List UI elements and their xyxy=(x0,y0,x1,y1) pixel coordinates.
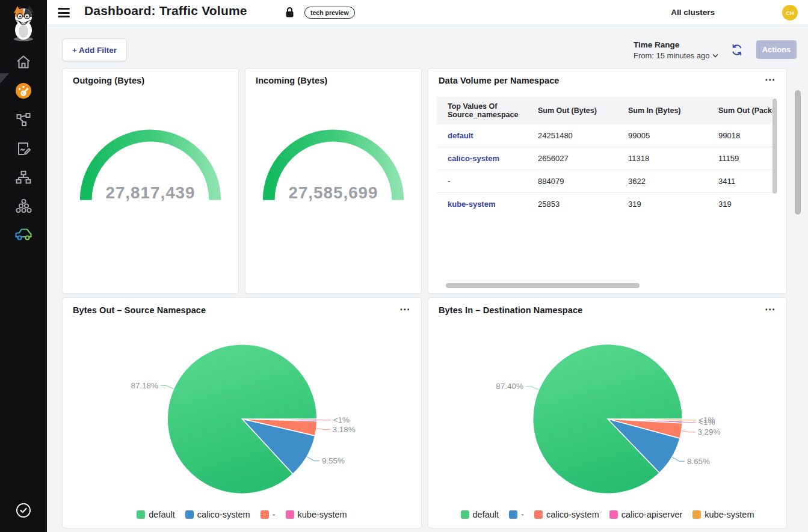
legend-swatch xyxy=(692,510,701,519)
card-title: Data Volume per Namespace xyxy=(439,76,559,85)
table-cell: 319 xyxy=(617,193,708,216)
legend-label: kube-system xyxy=(705,510,754,519)
pie-label: <1% xyxy=(699,418,715,427)
legend-swatch xyxy=(534,510,543,519)
time-range-label: Time Range xyxy=(634,40,718,49)
namespace-link[interactable]: kube-system xyxy=(437,193,527,216)
namespace-link[interactable]: calico-system xyxy=(437,147,527,170)
legend-label: default xyxy=(473,510,499,519)
legend-label: kube-system xyxy=(298,510,347,519)
gauge-value: 27,817,439 xyxy=(105,183,195,202)
legend-swatch xyxy=(509,510,517,519)
legend-item--[interactable]: - xyxy=(261,510,276,519)
refresh-button[interactable] xyxy=(731,44,743,56)
document-edit-icon xyxy=(16,141,31,156)
legend-swatch xyxy=(461,510,469,519)
network-graph-icon xyxy=(16,112,31,127)
sidebar-item-workloads[interactable] xyxy=(0,193,47,219)
legend-item-kube-system[interactable]: kube-system xyxy=(286,510,347,519)
incoming-gauge: 27,585,699 xyxy=(245,69,421,293)
legend-label: calico-system xyxy=(546,510,599,519)
pie-label: 3.29% xyxy=(697,427,720,436)
badge-check-icon xyxy=(15,502,32,519)
pie-label: 87.18% xyxy=(131,381,158,390)
legend-label: - xyxy=(521,510,524,519)
table-cell: 3622 xyxy=(617,170,708,193)
cluster-circles-icon xyxy=(16,198,32,215)
table-row: kube-system25853319319 xyxy=(437,193,773,216)
home-icon xyxy=(16,54,31,70)
legend-swatch xyxy=(261,510,269,519)
table-cell: 99005 xyxy=(617,124,708,147)
namespace-table-header-row: Top Values Of Source_namespaceSum Out (B… xyxy=(437,97,773,124)
legend-item-calico-system[interactable]: calico-system xyxy=(185,510,250,519)
table-header-cell[interactable]: Top Values Of Source_namespace xyxy=(437,97,527,124)
pie-label: 87.40% xyxy=(496,382,523,391)
actions-button[interactable]: Actions xyxy=(756,40,797,59)
legend-item-calico-system[interactable]: calico-system xyxy=(534,510,599,519)
sidebar-item-network[interactable] xyxy=(0,164,47,191)
hamburger-menu-icon[interactable] xyxy=(58,7,71,19)
table-row: calico-system26560271131811159 xyxy=(437,147,773,170)
table-row: default242514809900599018 xyxy=(437,124,773,147)
network-tree-icon xyxy=(16,170,31,185)
table-cell: 24251480 xyxy=(527,124,617,147)
sidebar-item-home[interactable] xyxy=(0,49,47,75)
legend-swatch xyxy=(609,510,618,519)
page-scrollbar-thumb[interactable] xyxy=(795,90,801,215)
legend-item-default[interactable]: default xyxy=(461,510,499,519)
sidebar-item-dashboards[interactable] xyxy=(0,78,47,104)
lock-icon xyxy=(285,7,294,18)
time-range-selector[interactable]: Time Range From: 15 minutes ago xyxy=(634,40,718,60)
calico-cat-logo[interactable] xyxy=(7,5,40,42)
sidebar-item-compliance[interactable] xyxy=(0,497,47,524)
namespace-table: Top Values Of Source_namespaceSum Out (B… xyxy=(437,97,773,271)
legend-item-calico-apiserver[interactable]: calico-apiserver xyxy=(609,510,683,519)
legend-swatch xyxy=(286,510,294,519)
sidebar-item-service-graph[interactable] xyxy=(0,106,47,133)
table-vertical-scrollbar[interactable] xyxy=(773,99,777,194)
add-filter-button[interactable]: + Add Filter xyxy=(62,38,127,61)
cluster-selector[interactable]: All clusters xyxy=(671,8,715,17)
gauge-value: 27,585,699 xyxy=(288,183,378,202)
table-row: -88407936223411 xyxy=(437,170,773,193)
table-cell: 2656027 xyxy=(527,147,617,170)
table-cell: 25853 xyxy=(527,193,617,216)
pie-label: 3.18% xyxy=(333,425,356,434)
legend-item-default[interactable]: default xyxy=(137,510,175,519)
time-range-value: From: 15 minutes ago xyxy=(634,51,709,60)
table-cell: 319 xyxy=(708,193,773,216)
sidebar-item-policies[interactable] xyxy=(0,135,47,162)
pie-label: 9.55% xyxy=(322,456,345,465)
bytes-in-pie-chart: <1%<1%3.29%8.65%87.40% xyxy=(428,298,786,528)
legend-item--[interactable]: - xyxy=(509,510,524,519)
chevron-down-icon xyxy=(712,54,718,58)
namespace-link[interactable]: default xyxy=(437,124,527,147)
card-bytes-out-pie: Bytes Out – Source Namespace ⋯ <1%3.18%9… xyxy=(62,298,422,528)
card-menu-icon[interactable]: ⋯ xyxy=(765,73,776,86)
card-outgoing-bytes: Outgoing (Bytes) 27,817,439 xyxy=(62,68,239,294)
gauge-icon xyxy=(15,82,32,99)
table-header-cell[interactable]: Sum Out (Packets) xyxy=(708,97,773,124)
table-header-cell[interactable]: Sum In (Bytes) xyxy=(617,97,708,124)
table-cell: 99018 xyxy=(708,124,773,147)
pie-label: 8.65% xyxy=(687,457,710,466)
sidebar-item-traffic[interactable] xyxy=(0,221,47,248)
legend-swatch xyxy=(137,510,145,519)
bytes-in-legend: default-calico-systemcalico-apiserverkub… xyxy=(428,510,786,519)
table-cell: 3411 xyxy=(708,170,773,193)
namespace-link[interactable]: - xyxy=(437,170,527,193)
table-cell: 11159 xyxy=(708,147,773,170)
legend-label: default xyxy=(149,510,175,519)
sidebar xyxy=(0,0,47,532)
pie-label: <1% xyxy=(333,415,350,424)
avatar[interactable]: CH xyxy=(782,5,798,20)
table-cell: 11318 xyxy=(617,147,708,170)
card-data-volume-table: Data Volume per Namespace ⋯ Top Values O… xyxy=(428,68,787,294)
namespace-table-body: default242514809900599018calico-system26… xyxy=(437,124,773,215)
legend-item-kube-system[interactable]: kube-system xyxy=(692,510,754,519)
table-header-cell[interactable]: Sum Out (Bytes) xyxy=(527,97,617,124)
bytes-out-pie-chart: <1%3.18%9.55%87.18% xyxy=(63,298,421,528)
card-bytes-in-pie: Bytes In – Destination Namespace ⋯ <1%<1… xyxy=(428,298,787,528)
table-horizontal-scrollbar[interactable] xyxy=(446,283,640,288)
